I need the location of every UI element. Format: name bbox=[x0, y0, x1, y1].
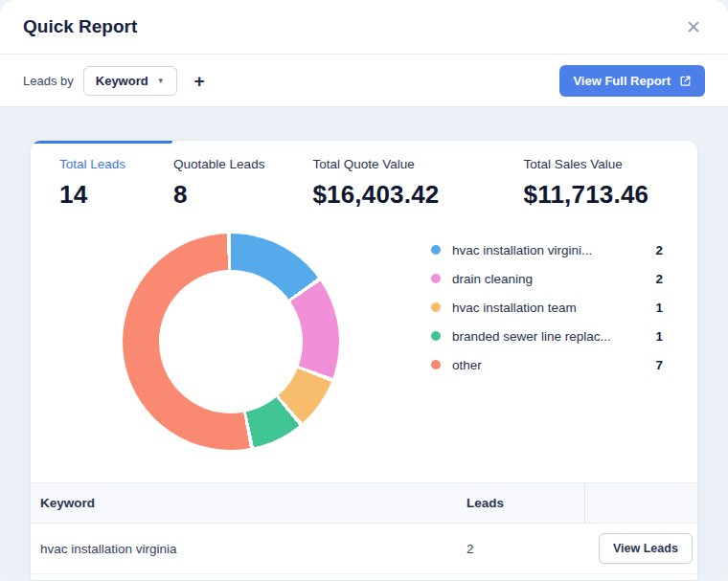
legend-swatch bbox=[431, 245, 441, 255]
legend-count: 1 bbox=[655, 301, 663, 315]
cell-keyword: hvac installation virginia bbox=[31, 542, 466, 556]
chart-legend: hvac installation virgini... 2 drain cle… bbox=[431, 234, 663, 379]
legend-label: hvac installation team bbox=[452, 301, 655, 315]
add-filter-button[interactable]: + bbox=[191, 68, 209, 94]
tab-total-sales-value[interactable]: Total Sales Value $11,713.46 bbox=[524, 157, 649, 210]
legend-item[interactable]: hvac installation virgini... 2 bbox=[431, 235, 663, 264]
active-tab-indicator bbox=[31, 141, 172, 144]
keyword-dropdown-value: Keyword bbox=[96, 74, 148, 88]
stat-label: Quotable Leads bbox=[173, 157, 264, 171]
legend-count: 7 bbox=[655, 358, 663, 372]
legend-label: other bbox=[452, 358, 655, 372]
legend-count: 2 bbox=[655, 272, 663, 286]
legend-item[interactable]: other 7 bbox=[431, 350, 663, 379]
legend-swatch bbox=[431, 302, 441, 312]
stat-label: Total Quote Value bbox=[312, 157, 439, 171]
keyword-dropdown[interactable]: Keyword ▼ bbox=[83, 66, 177, 96]
legend-swatch bbox=[431, 274, 441, 283]
tab-quotable-leads[interactable]: Quotable Leads 8 bbox=[173, 157, 264, 210]
legend-label: drain cleaning bbox=[452, 272, 655, 286]
stat-label: Total Sales Value bbox=[524, 157, 649, 171]
modal-header: Quick Report ✕ bbox=[0, 0, 728, 55]
column-header-leads: Leads bbox=[466, 496, 504, 510]
page-title: Quick Report bbox=[23, 16, 137, 37]
legend-item[interactable]: drain cleaning 2 bbox=[431, 264, 663, 293]
legend-item[interactable]: hvac installation team 1 bbox=[431, 293, 663, 322]
toolbar: Leads by Keyword ▼ + View Full Report bbox=[0, 55, 728, 107]
legend-count: 2 bbox=[655, 243, 663, 257]
stats-row: Total Leads 14 Quotable Leads 8 Total Qu… bbox=[31, 141, 697, 210]
tab-total-leads[interactable]: Total Leads 14 bbox=[59, 157, 125, 210]
table-row: hvac installation virginia 2 View Leads bbox=[31, 524, 697, 574]
cell-leads: 2 bbox=[466, 542, 474, 556]
view-full-report-button[interactable]: View Full Report bbox=[559, 65, 705, 97]
column-header-keyword: Keyword bbox=[31, 496, 466, 510]
legend-swatch bbox=[431, 360, 441, 369]
table-header: Keyword Leads bbox=[31, 482, 697, 524]
stat-value: 8 bbox=[173, 180, 264, 210]
legend-swatch bbox=[431, 331, 441, 341]
stat-value: $11,713.46 bbox=[524, 180, 649, 210]
view-full-report-label: View Full Report bbox=[573, 74, 671, 88]
external-link-icon bbox=[679, 75, 692, 87]
quick-report-modal: Quick Report ✕ Leads by Keyword ▼ + View… bbox=[0, 0, 728, 581]
stat-value: 14 bbox=[59, 180, 125, 210]
stat-label: Total Leads bbox=[59, 157, 125, 171]
close-icon[interactable]: ✕ bbox=[682, 14, 705, 40]
tab-total-quote-value[interactable]: Total Quote Value $16,403.42 bbox=[312, 157, 439, 210]
report-content: Total Leads 14 Quotable Leads 8 Total Qu… bbox=[0, 107, 728, 581]
chart-section: hvac installation virgini... 2 drain cle… bbox=[31, 210, 697, 450]
legend-label: branded sewer line replac... bbox=[452, 329, 655, 344]
view-leads-button[interactable]: View Leads bbox=[599, 533, 693, 564]
stat-value: $16,403.42 bbox=[312, 180, 439, 210]
donut-chart[interactable] bbox=[123, 234, 339, 450]
legend-count: 1 bbox=[655, 329, 663, 344]
legend-item[interactable]: branded sewer line replac... 1 bbox=[431, 322, 663, 350]
legend-label: hvac installation virgini... bbox=[452, 243, 655, 257]
report-card: Total Leads 14 Quotable Leads 8 Total Qu… bbox=[31, 141, 697, 580]
chevron-down-icon: ▼ bbox=[157, 77, 165, 85]
keyword-table: Keyword Leads hvac installation virginia… bbox=[31, 482, 697, 574]
leads-by-label: Leads by bbox=[23, 74, 74, 88]
